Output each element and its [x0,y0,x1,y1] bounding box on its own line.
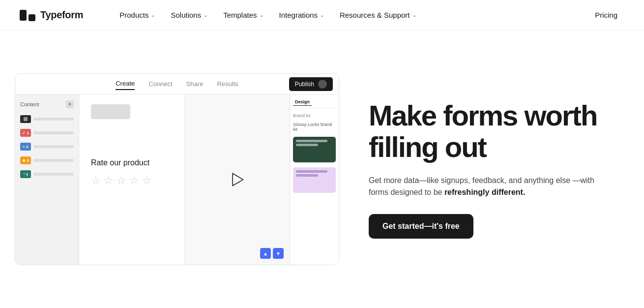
mockup-tab-create[interactable]: Create [116,78,135,90]
mockup-tab-connect[interactable]: Connect [148,78,172,90]
chevron-down-icon: ⌄ [151,12,155,18]
mockup-tab-results[interactable]: Results [217,78,238,90]
sidebar-item-4[interactable]: ★ 3 [18,154,76,166]
form-preview: Rate our product ☆ ☆ ☆ ☆ ☆ [79,94,184,265]
add-item-button[interactable]: + [66,100,74,108]
item-label-line [33,145,74,148]
star-1[interactable]: ☆ [91,174,101,187]
nav-item-pricing[interactable]: Pricing [588,7,624,23]
sidebar-item-2[interactable]: ✓ 1 [18,127,76,139]
prev-arrow-button[interactable]: ▲ [260,248,271,259]
chevron-down-icon: ⌄ [204,12,207,18]
item-label-line [33,173,74,176]
next-arrow-button[interactable]: ▼ [273,248,284,259]
hero-section: Make forms worth filling out Get more da… [359,100,615,239]
form-image-placeholder [91,104,130,119]
star-2[interactable]: ☆ [104,174,114,187]
chevron-down-icon: ⌄ [320,12,324,18]
sidebar-item-1[interactable] [18,113,76,125]
design-panel: Design Brand kit Glossy Locks brand kit [290,94,339,265]
brand-kit-name: Glossy Locks brand kit [293,122,336,132]
publish-avatar [318,80,327,89]
play-button[interactable] [225,167,249,192]
brand-line [296,170,327,173]
publish-button[interactable]: Publish [289,77,333,91]
logo-text: Typeform [40,9,83,21]
mockup-topbar: Create Connect Share Results Publish [15,74,339,94]
nav-item-integrations[interactable]: Integrations ⌄ [272,7,331,23]
star-3[interactable]: ☆ [117,174,126,187]
brand-card-light[interactable] [293,167,336,193]
nav-items: Products ⌄ Solutions ⌄ Templates ⌄ Integ… [113,7,624,23]
badge-icon [20,115,31,123]
sidebar-item-5[interactable]: " 4 [18,168,76,180]
brand-line [296,140,327,142]
badge-number: ≡ 2 [20,143,31,151]
badge-quote: " 4 [20,170,31,178]
item-label-line [33,118,74,121]
design-panel-tabs: Design [293,98,336,108]
hero-title: Make forms worth filling out [369,100,615,163]
design-tab[interactable]: Design [293,98,312,106]
brand-card-dark[interactable] [293,137,336,162]
chevron-down-icon: ⌄ [412,12,416,18]
badge-checkbox: ✓ 1 [20,129,31,137]
star-rating[interactable]: ☆ ☆ ☆ ☆ ☆ [91,174,173,187]
sidebar-item-3[interactable]: ≡ 2 [18,141,76,153]
form-navigation-arrows: ▲ ▼ [260,248,284,259]
cta-button[interactable]: Get started—it's free [369,214,473,239]
ui-mockup: Create Connect Share Results Publish Con… [15,73,339,265]
brand-kit-label: Brand kit [293,113,336,118]
badge-star: ★ 3 [20,156,31,164]
mockup-tab-share[interactable]: Share [186,78,204,90]
chevron-down-icon: ⌄ [260,12,263,18]
brand-line [296,144,318,146]
nav-item-resources[interactable]: Resources & Support ⌄ [333,7,423,23]
logo[interactable]: Typeform [20,9,83,21]
star-4[interactable]: ☆ [129,174,139,187]
logo-icon [20,9,35,21]
mockup-sidebar: Content + ✓ 1 ≡ 2 ★ [15,94,79,265]
brand-line [296,174,318,177]
item-label-line [33,159,74,162]
nav-item-templates[interactable]: Templates ⌄ [216,7,270,23]
form-right-panel: ▲ ▼ [184,94,290,265]
hero-subtitle: Get more data—like signups, feedback, an… [369,175,605,198]
star-5[interactable]: ☆ [142,174,152,187]
nav-item-solutions[interactable]: Solutions ⌄ [164,7,214,23]
nav-item-products[interactable]: Products ⌄ [113,7,162,23]
sidebar-header: Content + [18,99,76,111]
form-preview-area: Rate our product ☆ ☆ ☆ ☆ ☆ [79,94,184,265]
svg-rect-0 [24,117,28,121]
main-content: Create Connect Share Results Publish Con… [0,31,644,308]
navbar: Typeform Products ⌄ Solutions ⌄ Template… [0,0,644,31]
form-question-text: Rate our product [91,158,173,167]
item-label-line [33,131,74,134]
mockup-body: Content + ✓ 1 ≡ 2 ★ [15,94,339,265]
